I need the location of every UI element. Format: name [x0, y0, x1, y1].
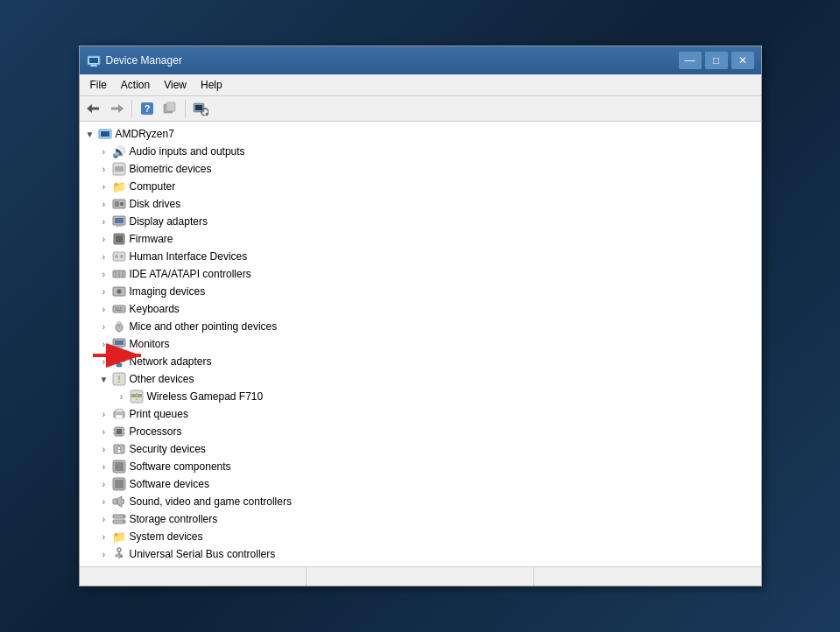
svg-point-30 — [115, 255, 118, 258]
svg-rect-64 — [116, 415, 123, 418]
svg-line-13 — [206, 113, 208, 115]
item-label: Monitors — [130, 338, 170, 350]
print-icon — [111, 407, 127, 421]
list-item[interactable]: › Imaging devices — [80, 283, 761, 300]
list-item[interactable]: › Storage controllers — [80, 510, 761, 528]
title-controls: — □ ✕ — [679, 52, 754, 69]
display-icon — [111, 214, 127, 228]
expander[interactable]: › — [97, 477, 111, 491]
expander[interactable]: › — [97, 249, 111, 263]
item-label: IDE ATA/ATAPI controllers — [130, 268, 251, 280]
other-devices-icon: ! — [111, 372, 127, 386]
item-label: Human Interface Devices — [130, 250, 248, 263]
expander[interactable]: › — [97, 407, 111, 421]
item-label: System devices — [130, 530, 203, 543]
expander[interactable]: › — [97, 460, 111, 474]
item-label: Display adapters — [130, 215, 208, 228]
forward-button[interactable] — [106, 99, 127, 118]
expander[interactable]: › — [97, 442, 111, 456]
list-item[interactable]: › Security devices — [80, 440, 761, 458]
menu-help[interactable]: Help — [194, 76, 229, 94]
keyboard-icon — [111, 302, 127, 316]
audio-icon: 🔊 — [111, 144, 127, 158]
svg-rect-77 — [115, 480, 124, 488]
expander[interactable]: › — [97, 197, 111, 211]
expander[interactable]: › — [97, 512, 111, 526]
expander[interactable]: › — [97, 214, 111, 228]
expander[interactable]: › — [97, 425, 111, 439]
expander[interactable]: › — [97, 320, 111, 334]
list-item[interactable]: › ! Wireless Gamepad F710 — [80, 388, 761, 405]
expander[interactable]: › — [97, 337, 111, 351]
list-item[interactable]: › 📁 System devices — [80, 528, 761, 545]
expander[interactable]: › — [97, 162, 111, 176]
root-expander[interactable]: ▼ — [83, 127, 97, 141]
list-item[interactable]: › IDE ATA/ATAPI controllers — [80, 265, 761, 283]
item-label: Storage controllers — [130, 513, 218, 525]
expander[interactable]: › — [97, 495, 111, 509]
svg-point-83 — [123, 521, 124, 523]
list-item[interactable]: › Software components — [80, 458, 761, 475]
svg-marker-79 — [117, 496, 122, 507]
item-label: Software components — [130, 460, 231, 473]
list-item[interactable]: › Human Interface Devices — [80, 248, 761, 265]
properties-button[interactable]: ? — [137, 99, 158, 118]
list-item[interactable]: › Print queues — [80, 405, 761, 423]
storage-icon — [111, 512, 127, 526]
minimize-button[interactable]: — — [679, 52, 702, 69]
expander[interactable]: › — [97, 547, 111, 561]
list-item[interactable]: › Firmware — [80, 230, 761, 248]
expander[interactable]: › — [97, 302, 111, 316]
expander[interactable]: › — [97, 355, 111, 369]
item-label: Software devices — [130, 478, 209, 490]
menu-file[interactable]: File — [83, 76, 114, 94]
list-item[interactable]: › Network adapters — [80, 353, 761, 370]
menu-action[interactable]: Action — [114, 76, 157, 94]
tree-view[interactable]: ▼ AMDRyzen7 › 🔊 Audio inputs and outputs… — [80, 122, 761, 566]
svg-rect-2 — [91, 65, 96, 66]
list-item[interactable]: › Mice and other pointing devices — [80, 318, 761, 335]
item-label: Keyboards — [130, 303, 180, 315]
update-driver-button[interactable] — [159, 99, 180, 118]
list-item[interactable]: › Keyboards — [80, 300, 761, 318]
svg-point-31 — [120, 255, 124, 258]
expander[interactable]: › — [115, 390, 129, 404]
list-item[interactable]: › 📁 Computer — [80, 178, 761, 195]
list-item[interactable]: › Universal Serial Bus controllers — [80, 545, 761, 563]
expander[interactable]: › — [97, 530, 111, 544]
scan-button[interactable] — [190, 99, 211, 118]
svg-rect-21 — [115, 201, 119, 207]
list-item[interactable]: › Software devices — [80, 475, 761, 493]
svg-rect-25 — [116, 225, 122, 226]
expander[interactable]: ▼ — [97, 372, 111, 386]
maximize-button[interactable]: □ — [705, 52, 728, 69]
list-item[interactable]: › Display adapters — [80, 213, 761, 230]
expander[interactable]: › — [97, 179, 111, 193]
close-button[interactable]: ✕ — [731, 52, 754, 69]
expander[interactable]: › — [97, 267, 111, 281]
list-item[interactable]: ▼ ! Other devices — [80, 370, 761, 388]
back-button[interactable] — [83, 99, 104, 118]
list-item[interactable]: › Monitors — [80, 335, 761, 353]
list-item[interactable]: › Processors — [80, 423, 761, 440]
list-item[interactable]: › Sound, video and game controllers — [80, 493, 761, 510]
list-item[interactable]: › Disk drives — [80, 195, 761, 213]
item-label: Computer — [130, 180, 176, 193]
list-item[interactable]: › 🔊 Audio inputs and outputs — [80, 143, 761, 160]
svg-rect-63 — [116, 409, 123, 412]
expander[interactable]: › — [97, 284, 111, 298]
list-item[interactable]: › Biometric devices — [80, 160, 761, 178]
svg-rect-49 — [116, 347, 122, 348]
svg-rect-50 — [116, 348, 123, 348]
tree-root[interactable]: ▼ AMDRyzen7 — [80, 125, 761, 143]
network-icon — [111, 355, 127, 369]
expander[interactable]: › — [97, 232, 111, 246]
processor-icon — [111, 425, 127, 439]
item-label: Security devices — [130, 443, 206, 455]
expander[interactable]: › — [97, 144, 111, 158]
security-icon — [111, 442, 127, 456]
menu-view[interactable]: View — [157, 76, 194, 94]
svg-rect-42 — [120, 307, 122, 309]
svg-rect-24 — [115, 218, 124, 223]
status-section-2 — [307, 567, 534, 586]
